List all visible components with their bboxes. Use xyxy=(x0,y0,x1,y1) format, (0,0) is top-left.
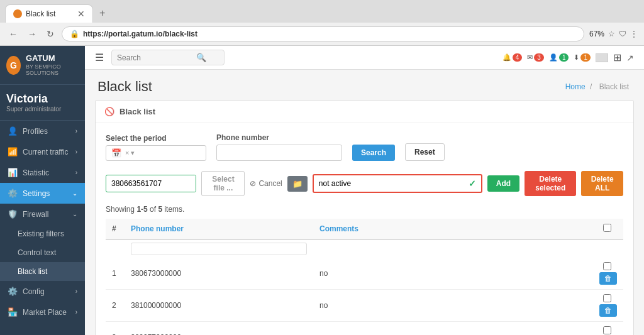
sidebar-item-statistic[interactable]: 📊 Statistic › xyxy=(0,162,85,183)
search-box[interactable]: 🔍 xyxy=(111,50,225,65)
address-bar[interactable]: 🔒 https://portal.gatum.io/black-list xyxy=(62,26,584,41)
external-icon[interactable]: ↗ xyxy=(626,53,634,63)
hamburger-icon[interactable]: ☰ xyxy=(95,52,104,63)
phone-entry-group: ✓ xyxy=(106,175,196,192)
user-role: Super administrator xyxy=(6,106,79,113)
row-delete-btn[interactable]: 🗑 xyxy=(599,272,617,285)
download-badge[interactable]: ⬇ 1 xyxy=(574,53,591,62)
phone-filter-col[interactable] xyxy=(131,243,307,255)
menu-icon[interactable]: ⋮ xyxy=(630,30,638,38)
phone-filter-input[interactable] xyxy=(216,145,342,161)
bookmark-icon[interactable]: ☆ xyxy=(608,30,615,38)
col-header-comments[interactable]: Comments xyxy=(313,219,591,239)
sidebar-item-settings[interactable]: ⚙️ Settings ⌄ xyxy=(0,183,85,204)
shield-icon: 🛡 xyxy=(619,30,626,38)
user-count: 1 xyxy=(559,53,569,62)
logo-text: GATUM BY SEMPICO SOLUTIONS xyxy=(26,53,79,77)
status-input-group: ✓ xyxy=(313,174,482,193)
upload-btn[interactable]: 📁 xyxy=(287,176,308,192)
sidebar-item-label: Firewall xyxy=(23,210,48,219)
sidebar-item-label: Current traffic xyxy=(23,148,68,157)
period-label: Select the period xyxy=(106,134,206,143)
statistic-icon: 📊 xyxy=(8,168,18,177)
main-card: 🚫 Black list Select the period 📅 × ▾ xyxy=(95,100,634,335)
row-checkbox[interactable] xyxy=(603,262,611,270)
select-all-checkbox[interactable] xyxy=(603,224,611,232)
delete-all-btn[interactable]: Delete ALL xyxy=(581,171,623,196)
breadcrumb-home[interactable]: Home xyxy=(565,82,586,91)
main-content: Black list Home / Black list 🚫 Black lis… xyxy=(85,70,644,335)
cell-phone: 381000000000 xyxy=(125,290,313,322)
arrow-icon: ⌄ xyxy=(72,211,77,217)
arrow-icon: › xyxy=(75,169,77,176)
status-input[interactable] xyxy=(314,176,464,191)
profiles-icon: 👤 xyxy=(8,126,18,136)
sidebar-logo: G GATUM BY SEMPICO SOLUTIONS xyxy=(0,46,85,85)
cancel-label: Cancel xyxy=(258,179,282,188)
delete-selected-btn[interactable]: Delete selected xyxy=(525,171,576,196)
sidebar-item-market-place[interactable]: 🏪 Market Place › xyxy=(0,302,85,322)
cancel-action-btn[interactable]: ⊘ Cancel xyxy=(250,179,282,188)
sidebar-item-existing-filters[interactable]: Existing filters xyxy=(0,224,85,243)
breadcrumb-current: Black list xyxy=(599,82,629,91)
sidebar-item-label: Settings xyxy=(23,189,50,198)
cell-actions: 🗑 xyxy=(591,258,623,290)
bell-badge[interactable]: 🔔 4 xyxy=(502,53,523,62)
reload-btn[interactable]: ↻ xyxy=(44,28,57,40)
browser-tabs: Black list ✕ + xyxy=(0,0,644,23)
cell-num: 3 xyxy=(106,322,125,336)
arrow-icon: › xyxy=(75,288,77,295)
phone-entry-input[interactable] xyxy=(106,176,194,191)
row-delete-btn[interactable]: 🗑 xyxy=(599,304,617,317)
card-header-title: Black list xyxy=(119,107,155,116)
cell-num: 2 xyxy=(106,290,125,322)
reset-button[interactable]: Reset xyxy=(405,143,445,161)
download-icon: ⬇ xyxy=(574,53,579,62)
logo-icon: G xyxy=(6,56,21,75)
grid-icon[interactable]: ⊞ xyxy=(613,52,621,63)
search-icon: 🔍 xyxy=(196,53,206,62)
app-container: G GATUM BY SEMPICO SOLUTIONS Victoria Su… xyxy=(0,46,644,335)
sidebar-item-profiles[interactable]: 👤 Profiles › xyxy=(0,121,85,141)
table-head: # Phone number Comments xyxy=(106,219,623,258)
message-icon: ✉ xyxy=(527,53,533,62)
user-section: Victoria Super administrator xyxy=(0,85,85,121)
sidebar: G GATUM BY SEMPICO SOLUTIONS Victoria Su… xyxy=(0,46,85,335)
browser-chrome: Black list ✕ + ← → ↻ 🔒 https://portal.ga… xyxy=(0,0,644,46)
user-badge[interactable]: 👤 1 xyxy=(549,53,569,62)
download-count: 1 xyxy=(580,53,591,62)
search-input[interactable] xyxy=(117,53,192,62)
tab-favicon xyxy=(13,9,22,18)
search-button[interactable]: Search xyxy=(352,145,395,161)
active-tab[interactable]: Black list ✕ xyxy=(5,4,93,23)
traffic-icon: 📶 xyxy=(8,147,18,157)
row-checkbox[interactable] xyxy=(603,294,611,302)
period-input[interactable]: 📅 × ▾ xyxy=(106,145,206,161)
cell-actions: 🗑 xyxy=(591,290,623,322)
filter-form-row: Select the period 📅 × ▾ Phone number Sea… xyxy=(106,133,623,161)
sidebar-sub-label: Existing filters xyxy=(18,229,64,238)
col-header-phone[interactable]: Phone number xyxy=(125,219,313,239)
forward-btn[interactable]: → xyxy=(25,28,39,40)
message-count: 3 xyxy=(534,53,544,62)
message-badge[interactable]: ✉ 3 xyxy=(527,53,544,62)
tab-close-btn[interactable]: ✕ xyxy=(77,9,85,19)
sidebar-sub-label: Black list xyxy=(18,267,47,276)
cell-comment: no xyxy=(313,322,591,336)
phone-label: Phone number xyxy=(216,133,342,142)
row-checkbox[interactable] xyxy=(603,326,611,334)
table-range: 1-5 xyxy=(136,205,147,214)
select-file-btn[interactable]: Select file ... xyxy=(201,171,245,196)
sidebar-item-firewall[interactable]: 🛡️ Firewall ⌄ xyxy=(0,204,85,224)
sidebar-item-current-traffic[interactable]: 📶 Current traffic › xyxy=(0,141,85,162)
sidebar-item-config[interactable]: ⚙️ Config › xyxy=(0,281,85,302)
cell-phone: 380673000000 xyxy=(125,258,313,290)
security-icon: 🔒 xyxy=(70,30,79,38)
sidebar-item-black-list[interactable]: Black list xyxy=(0,262,85,281)
back-btn[interactable]: ← xyxy=(6,28,20,40)
flag-icon[interactable] xyxy=(596,53,608,62)
table-info: Showing 1-5 of 5 items. xyxy=(106,205,623,214)
sidebar-item-control-text[interactable]: Control text xyxy=(0,243,85,262)
add-button[interactable]: Add xyxy=(487,175,519,192)
new-tab-btn[interactable]: + xyxy=(93,4,111,23)
